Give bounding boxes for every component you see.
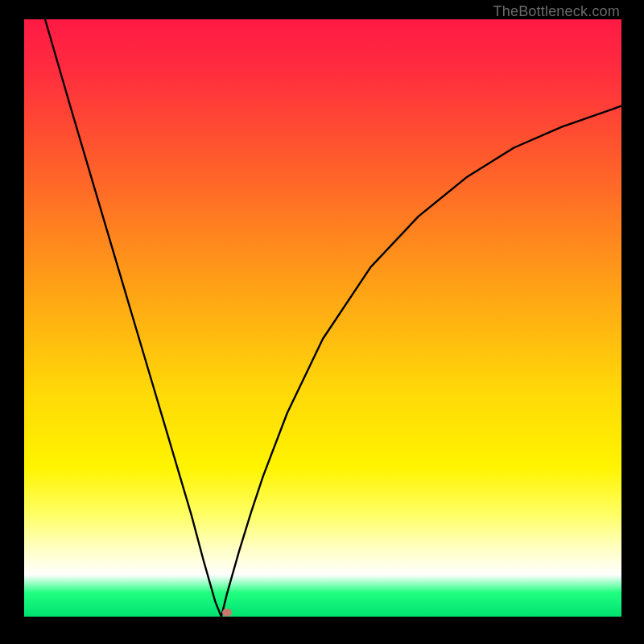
chart-plot-area bbox=[24, 19, 621, 617]
vertex-marker bbox=[222, 609, 232, 617]
watermark-text: TheBottleneck.com bbox=[493, 3, 620, 20]
bottleneck-curve bbox=[24, 19, 621, 617]
